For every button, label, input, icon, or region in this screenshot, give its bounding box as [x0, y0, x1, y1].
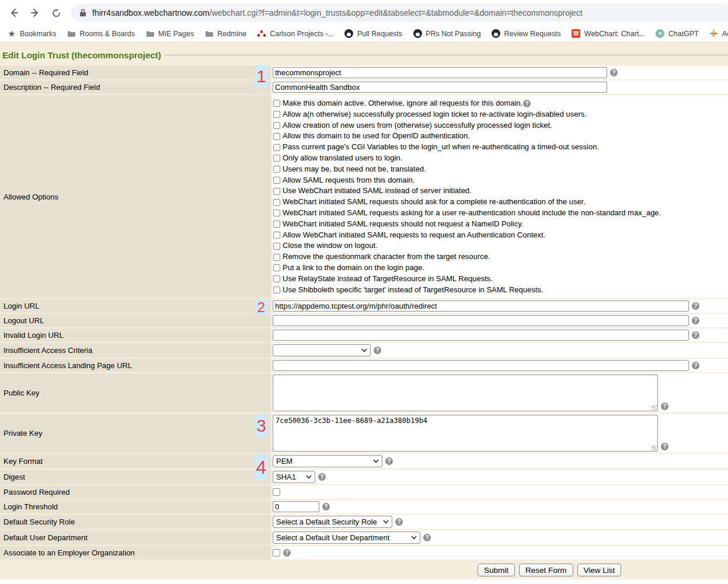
- key-format-select[interactable]: PEM: [273, 455, 382, 467]
- option-label: Allow creation of new users from (otherw…: [283, 120, 552, 131]
- annotation-4: 4: [255, 455, 267, 480]
- bookmark-mie-pages[interactable]: MIE Pages: [145, 29, 194, 39]
- field-label: Logout URL: [0, 314, 271, 327]
- bookmark-carlson-projects[interactable]: Carlson Projects -...: [257, 29, 334, 39]
- row-allowed-options: Allowed Options Make this domain active.…: [0, 95, 728, 298]
- row-private-key: Private Key 7ce50036-3c3b-11ee-8689-a21a…: [0, 414, 728, 453]
- bookmark-pull-requests[interactable]: Pull Requests: [344, 29, 402, 39]
- insufficient-access-criteria-select[interactable]: [273, 344, 371, 356]
- checkbox[interactable]: [273, 111, 280, 118]
- logout-url-input[interactable]: [273, 315, 689, 326]
- row-login-threshold: Login Threshold ?: [0, 500, 728, 513]
- checkbox[interactable]: [273, 209, 280, 216]
- checkbox[interactable]: [273, 199, 280, 206]
- checkbox[interactable]: [273, 177, 280, 184]
- checkbox[interactable]: [273, 144, 280, 151]
- field-label: Login URL: [0, 299, 271, 313]
- view-list-button[interactable]: View List: [577, 564, 622, 576]
- checkbox[interactable]: [273, 286, 280, 293]
- help-icon[interactable]: ?: [423, 534, 431, 541]
- option-label: Use Shibboleth specific 'target' instead…: [283, 285, 543, 296]
- help-icon[interactable]: ?: [374, 347, 381, 354]
- digest-select[interactable]: SHA1: [273, 471, 315, 483]
- private-key-textarea[interactable]: 7ce50036-3c3b-11ee-8689-a21a380b19b4: [273, 415, 658, 452]
- help-icon[interactable]: ?: [661, 443, 668, 450]
- bookmark-rooms-boards[interactable]: Rooms & Boards: [67, 29, 135, 39]
- help-icon[interactable]: ?: [385, 457, 393, 465]
- help-icon[interactable]: ?: [692, 302, 699, 310]
- public-key-textarea[interactable]: [273, 375, 658, 411]
- checkbox[interactable]: [273, 221, 280, 228]
- default-user-department-select[interactable]: Select a Default User Department: [273, 531, 420, 544]
- field-label: Allowed Options: [0, 95, 271, 298]
- employer-organization-checkbox[interactable]: [273, 549, 280, 557]
- reload-button[interactable]: [48, 5, 64, 21]
- checkbox[interactable]: [273, 166, 280, 173]
- reset-form-button[interactable]: Reset Form: [519, 564, 573, 576]
- folder-icon: [67, 29, 76, 39]
- help-icon[interactable]: ?: [283, 549, 291, 557]
- description-input[interactable]: [273, 82, 607, 93]
- checkbox[interactable]: [273, 232, 280, 239]
- submit-button[interactable]: Submit: [478, 564, 515, 576]
- bookmark-label: Redmine: [217, 30, 246, 38]
- allowed-option: Use Shibboleth specific 'target' instead…: [273, 285, 661, 296]
- allowed-option: Use RelayState instead of TargetResource…: [273, 274, 661, 285]
- row-domain: Domain -- Required Field ? 1: [0, 66, 728, 79]
- help-icon[interactable]: ?: [395, 518, 403, 526]
- checkbox[interactable]: [273, 155, 280, 162]
- checkbox[interactable]: [273, 264, 280, 271]
- allowed-option: Allow WebChart initiated SAML requests t…: [273, 230, 661, 241]
- allowed-option: Allow creation of new users from (otherw…: [273, 120, 661, 131]
- select-value: Select a Default User Department: [276, 533, 389, 542]
- back-button[interactable]: [6, 5, 22, 21]
- help-icon[interactable]: ?: [692, 331, 699, 339]
- row-description: Description -- Required Field: [0, 81, 728, 94]
- field-label: Login Threshold: [0, 500, 271, 513]
- login-threshold-input[interactable]: [273, 501, 319, 512]
- folder-icon: [204, 29, 214, 39]
- url-bar[interactable]: fhirr4sandbox.webchartnow.com/webchart.c…: [71, 4, 728, 22]
- password-required-checkbox[interactable]: [273, 488, 280, 496]
- invalid-login-url-input[interactable]: [273, 330, 689, 341]
- checkbox[interactable]: [273, 133, 280, 140]
- option-label: Only allow translated users to login.: [283, 153, 402, 164]
- option-label: WebChart initiated SAML requests asking …: [283, 208, 661, 219]
- bookmark-acc[interactable]: Acc: [709, 29, 728, 39]
- bookmark-webchart[interactable]: W WebChart: Chart...: [572, 29, 645, 39]
- help-icon[interactable]: ?: [318, 473, 326, 481]
- help-icon[interactable]: ?: [610, 69, 618, 76]
- help-icon[interactable]: ?: [322, 503, 330, 510]
- allowed-option: Allow SAML requests from this domain.: [273, 175, 661, 186]
- domain-input[interactable]: [273, 67, 607, 78]
- help-icon[interactable]: ?: [523, 100, 531, 107]
- padlock-icon: [79, 9, 86, 17]
- help-icon[interactable]: ?: [692, 362, 699, 369]
- option-label: Remove the questionmark character from t…: [283, 251, 490, 263]
- default-security-role-select[interactable]: Select a Default Security Role: [273, 516, 392, 528]
- checkbox[interactable]: [273, 243, 280, 250]
- checkbox[interactable]: [273, 188, 280, 195]
- field-label: Description -- Required Field: [0, 81, 271, 94]
- select-value: Select a Default Security Role: [276, 517, 377, 526]
- form-button-bar: Submit Reset Form View List: [0, 561, 728, 579]
- bookmark-label: Pull Requests: [357, 30, 402, 38]
- field-label: Default User Department: [0, 530, 271, 545]
- login-url-input[interactable]: [273, 300, 689, 312]
- insufficient-access-landing-input[interactable]: [273, 360, 689, 371]
- checkbox[interactable]: [273, 254, 280, 261]
- field-label: Digest: [0, 470, 271, 484]
- bookmark-prs-not-passing[interactable]: PRs Not Passing: [413, 29, 480, 39]
- bookmark-bookmarks[interactable]: ★ Bookmarks: [7, 29, 57, 39]
- help-icon[interactable]: ?: [692, 317, 699, 324]
- forward-button[interactable]: [27, 5, 43, 21]
- checkbox[interactable]: [273, 100, 280, 107]
- checkbox[interactable]: [273, 275, 280, 282]
- bookmark-chatgpt[interactable]: ✳ ChatGPT: [656, 29, 699, 39]
- help-icon[interactable]: ?: [661, 403, 668, 410]
- bookmark-redmine[interactable]: Redmine: [204, 29, 246, 39]
- bookmark-review-requests[interactable]: Review Requests: [492, 29, 561, 39]
- bookmark-label: Rooms & Boards: [80, 30, 135, 38]
- checkbox[interactable]: [273, 122, 280, 129]
- header-divider: [165, 55, 728, 55]
